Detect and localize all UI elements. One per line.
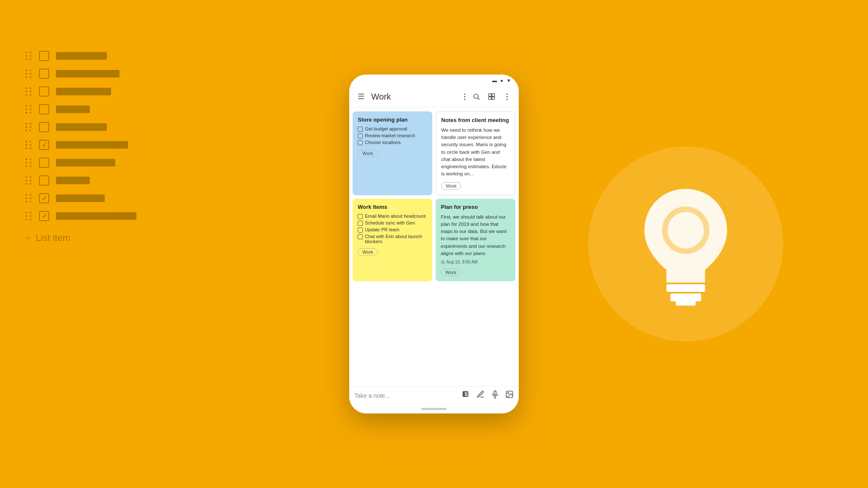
bg-bar (56, 194, 105, 202)
svg-line-1 (478, 98, 479, 100)
new-list-button[interactable] (462, 390, 470, 401)
drag-dots-icon (25, 123, 32, 131)
note-plan-preso[interactable]: Plan for preso First, we should talk abo… (436, 199, 515, 281)
drag-dots-icon (25, 176, 32, 185)
bg-bar (56, 177, 90, 184)
plus-icon: + (25, 232, 31, 244)
bg-list-item (25, 193, 136, 203)
check-item: Email Mario about headcount (358, 214, 427, 219)
checkbox[interactable] (358, 234, 363, 239)
check-item: Choose locations (358, 140, 427, 145)
check-item: Chat with Erin about launch blockers (358, 234, 427, 244)
bg-checkbox (39, 69, 49, 79)
new-image-button[interactable] (505, 390, 514, 401)
bg-checkbox (39, 86, 49, 97)
add-list-item-button[interactable]: + List item (25, 232, 136, 244)
bg-bar (56, 88, 111, 95)
checkbox[interactable] (358, 133, 363, 139)
bg-list-item (25, 104, 136, 114)
drag-dots-icon (25, 87, 32, 96)
check-item: Get budget approval (358, 126, 427, 132)
bg-list-item (25, 158, 136, 168)
svg-rect-2 (489, 94, 491, 96)
keep-logo-background (588, 147, 783, 341)
svg-rect-3 (492, 94, 495, 96)
home-bar (349, 404, 519, 413)
checkbox[interactable] (358, 127, 363, 132)
drag-dots-icon (25, 52, 32, 60)
check-item: Review market research (358, 133, 427, 139)
bg-checkbox (39, 211, 49, 221)
svg-rect-4 (489, 97, 491, 100)
search-button[interactable] (470, 90, 483, 103)
drag-dots-icon (25, 194, 32, 202)
drag-dots-icon (25, 105, 32, 114)
note-checklist: Get budget approval Review market resear… (358, 126, 427, 145)
checkbox[interactable] (358, 214, 363, 219)
note-body: First, we should talk about our plan for… (441, 214, 510, 258)
bg-checkbox (39, 140, 49, 150)
take-note-placeholder[interactable]: Take a note... (354, 392, 459, 399)
note-timestamp: Aug 10, 8:00 AM (441, 260, 510, 264)
svg-point-0 (474, 94, 479, 99)
note-tag[interactable]: Work (358, 248, 378, 256)
bg-bar (56, 141, 128, 149)
check-item: Update PR team (358, 227, 427, 233)
note-title: Notes from client meeting (441, 117, 510, 124)
notes-grid: Store opening plan Get budget approval R… (349, 107, 519, 386)
menu-button[interactable]: ☰ (354, 90, 368, 103)
status-signal: ● (500, 78, 503, 83)
app-content: ☰ Work (349, 86, 519, 404)
app-toolbar: ☰ Work (349, 86, 519, 107)
svg-rect-5 (492, 97, 495, 100)
bottom-bar: Take a note... (349, 386, 519, 404)
checkbox[interactable] (358, 140, 363, 145)
checkbox[interactable] (358, 227, 363, 233)
new-voice-button[interactable] (491, 390, 499, 401)
check-item: Schedule sync with Gen (358, 220, 427, 226)
note-client-meeting[interactable]: Notes from client meeting We need to ret… (436, 111, 515, 195)
note-title: Store opening plan (358, 116, 427, 124)
background-list: + List item (25, 51, 136, 244)
layout-toggle-button[interactable] (485, 90, 498, 103)
note-tag[interactable]: Work (441, 182, 461, 190)
new-drawing-button[interactable] (476, 390, 485, 401)
note-tag[interactable]: Work (358, 150, 378, 157)
drag-dots-icon (25, 212, 32, 220)
note-title: Work Items (358, 204, 427, 211)
drag-dots-icon (25, 69, 32, 78)
svg-point-18 (508, 393, 509, 394)
checkbox[interactable] (358, 221, 363, 226)
bg-bar (56, 70, 120, 78)
bg-bar (56, 105, 90, 113)
bg-bar (56, 159, 115, 166)
app-title: Work (371, 92, 460, 102)
bg-checkbox (39, 51, 49, 61)
hamburger-icon: ☰ (358, 92, 364, 101)
add-list-label: List item (36, 233, 70, 244)
bg-list-item (25, 86, 136, 97)
overflow-menu-button[interactable] (463, 93, 466, 101)
note-work-items[interactable]: Work Items Email Mario about headcount S… (353, 199, 432, 281)
note-tag[interactable]: Work (441, 269, 461, 276)
bottom-icons (462, 390, 514, 401)
bg-list-item (25, 69, 136, 79)
bg-list-item (25, 175, 136, 186)
svg-line-8 (443, 262, 444, 263)
note-checklist: Email Mario about headcount Schedule syn… (358, 214, 427, 244)
note-store-opening[interactable]: Store opening plan Get budget approval R… (353, 111, 432, 195)
svg-rect-20 (667, 284, 705, 292)
home-indicator (421, 408, 447, 410)
drag-dots-icon (25, 141, 32, 149)
bg-bar (56, 123, 107, 131)
bg-list-item (25, 140, 136, 150)
bg-checkbox (39, 175, 49, 186)
bg-bar (56, 212, 136, 220)
phone-frame: ▬ ● ▼ ☰ Work (349, 75, 519, 413)
status-wifi: ▼ (506, 78, 511, 83)
keep-bulb-icon (631, 180, 741, 308)
toolbar-actions (470, 90, 514, 103)
svg-rect-22 (676, 299, 696, 306)
more-options-button[interactable] (500, 90, 514, 103)
bg-checkbox (39, 158, 49, 168)
